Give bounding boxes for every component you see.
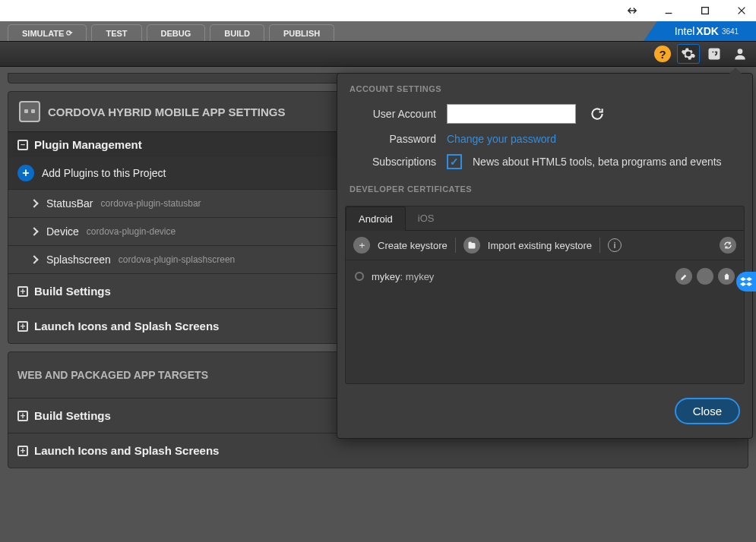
cordova-icon [19,101,40,122]
maximize-button[interactable] [694,2,716,19]
divider [599,238,600,253]
expand-icon: + [17,411,28,421]
dev-certs-title: DEVELOPER CERTIFICATES [337,174,752,200]
subscriptions-text: News about HTML5 tools, beta programs an… [473,156,722,168]
import-keystore-icon[interactable] [463,237,480,254]
settings-button[interactable] [677,44,700,64]
chevron-right-icon [30,227,39,236]
popup-footer: Close [337,387,752,438]
create-keystore-button[interactable]: Create keystore [378,240,448,251]
toolbar: ? [0,41,756,67]
edit-key-button[interactable] [675,268,692,285]
user-account-input[interactable] [447,104,576,124]
certificates-box: Android iOS ＋ Create keystore Import exi… [345,206,745,384]
change-password-link[interactable]: Change your password [447,133,556,145]
plugin-id: cordova-plugin-device [87,226,176,237]
create-keystore-icon[interactable]: ＋ [353,237,370,254]
tab-build[interactable]: BUILD [210,24,264,41]
help-button[interactable]: ? [651,44,674,64]
cert-toolbar: ＋ Create keystore Import existing keysto… [346,231,744,260]
keystore-row[interactable]: mykey: mykey [346,260,744,292]
tab-publish[interactable]: PUBLISH [269,24,334,41]
download-key-button[interactable] [697,268,713,285]
dropbox-badge[interactable] [736,272,756,291]
close-window-button[interactable] [730,2,753,19]
refresh-account-button[interactable] [587,105,608,123]
window-titlebar [0,0,756,21]
plugin-id: cordova-plugin-splashscreen [119,254,235,265]
social-button[interactable] [703,44,726,64]
delete-key-button[interactable] [718,268,735,285]
user-account-label: User Account [353,108,436,120]
tab-ios[interactable]: iOS [406,206,447,230]
expand-icon: + [17,286,28,297]
account-settings-popup: ACCOUNT SETTINGS User Account Password C… [337,73,753,439]
chevron-right-icon [30,255,39,264]
refresh-icon: ⟳ [66,29,72,37]
account-button[interactable] [729,44,751,64]
subscriptions-label: Subscriptions [353,156,436,168]
sync-certs-button[interactable] [720,237,736,254]
password-row: Password Change your password [337,128,752,150]
chevron-right-icon [30,199,39,208]
tab-test[interactable]: TEST [91,24,141,41]
expand-icon: + [17,446,28,456]
info-icon[interactable]: i [608,238,622,252]
help-icon: ? [654,46,671,62]
plugin-name: Splashscreen [46,254,111,266]
subscriptions-checkbox[interactable] [447,154,462,169]
plugin-name: StatusBar [46,197,93,210]
tabstrip: SIMULATE⟳ TEST DEBUG BUILD PUBLISH Intel… [0,21,756,41]
cordova-panel-title: CORDOVA HYBRID MOBILE APP SETTINGS [48,106,286,118]
svg-rect-0 [702,8,709,14]
import-keystore-button[interactable]: Import existing keystore [488,240,592,251]
plus-icon: + [17,165,34,181]
minimize-button[interactable] [657,2,680,19]
svg-rect-1 [709,49,720,60]
tab-simulate[interactable]: SIMULATE⟳ [8,24,87,41]
tab-android[interactable]: Android [346,206,406,231]
account-settings-title: ACCOUNT SETTINGS [337,74,752,99]
tab-debug[interactable]: DEBUG [147,24,206,41]
subscriptions-row: Subscriptions News about HTML5 tools, be… [337,150,752,174]
cert-body [346,292,744,383]
close-button[interactable]: Close [675,398,740,424]
svg-point-2 [738,49,743,54]
user-account-row: User Account [337,99,752,128]
plugin-id: cordova-plugin-statusbar [100,198,201,209]
expand-icon: + [17,321,28,332]
plugin-name: Device [46,225,79,238]
grip-icon [621,2,644,19]
brand-badge: Intel XDK 3641 [657,21,756,41]
cert-tabs: Android iOS [346,206,744,231]
password-label: Password [353,133,436,145]
keystore-radio[interactable] [355,272,364,281]
divider [455,238,456,253]
collapse-icon: – [17,140,28,150]
